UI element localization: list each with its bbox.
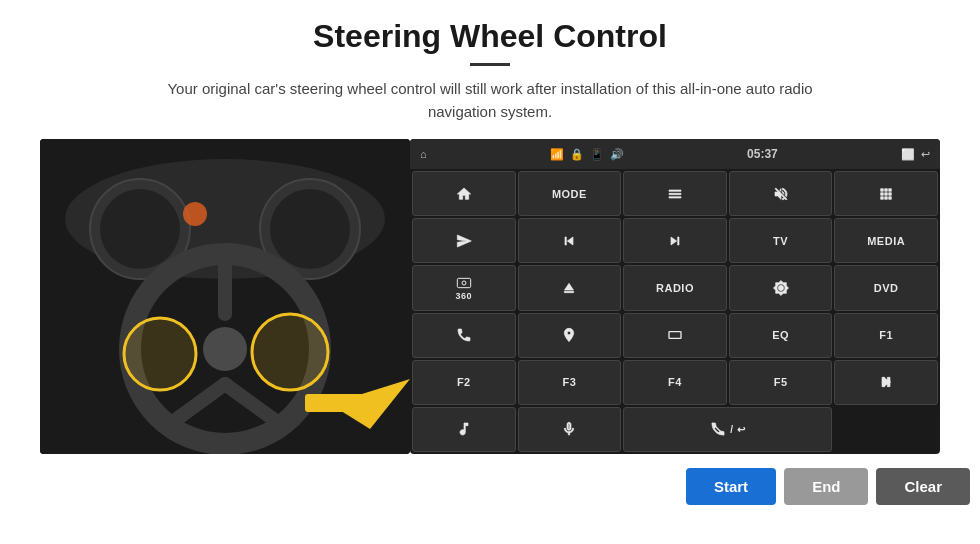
btn-media[interactable]: MEDIA xyxy=(834,218,938,263)
svg-point-4 xyxy=(100,189,180,269)
btn-f4[interactable]: F4 xyxy=(623,360,727,405)
btn-f3[interactable]: F3 xyxy=(518,360,622,405)
btn-rect[interactable] xyxy=(623,313,727,358)
btn-call-end[interactable]: / ↩ xyxy=(623,407,832,452)
btn-360[interactable]: 360 xyxy=(412,265,516,310)
page-subtitle: Your original car's steering wheel contr… xyxy=(140,78,840,123)
btn-eq[interactable]: EQ xyxy=(729,313,833,358)
svg-rect-18 xyxy=(669,332,681,339)
status-home-icon: ⌂ xyxy=(420,148,427,160)
svg-rect-16 xyxy=(457,278,470,287)
360-label: 360 xyxy=(456,291,473,301)
page-container: Steering Wheel Control Your original car… xyxy=(0,0,980,544)
content-row: ⌂ 📶 🔒 📱 🔊 05:37 ⬜ ↩ MODE xyxy=(40,139,940,454)
status-right-icons: ⬜ ↩ xyxy=(901,148,930,161)
start-button[interactable]: Start xyxy=(686,468,776,505)
bottom-bar: Start End Clear xyxy=(0,458,980,505)
btn-brightness[interactable] xyxy=(729,265,833,310)
btn-empty xyxy=(834,407,938,452)
btn-mic[interactable] xyxy=(518,407,622,452)
btn-next[interactable] xyxy=(623,218,727,263)
btn-nav[interactable] xyxy=(518,313,622,358)
svg-point-11 xyxy=(203,327,247,371)
btn-mode[interactable]: MODE xyxy=(518,171,622,216)
clear-button[interactable]: Clear xyxy=(876,468,970,505)
btn-home[interactable] xyxy=(412,171,516,216)
title-divider xyxy=(470,63,510,66)
btn-f5[interactable]: F5 xyxy=(729,360,833,405)
back-icon: ↩ xyxy=(921,148,930,161)
btn-phone[interactable] xyxy=(412,313,516,358)
btn-apps[interactable] xyxy=(834,171,938,216)
btn-radio[interactable]: RADIO xyxy=(623,265,727,310)
btn-f2[interactable]: F2 xyxy=(412,360,516,405)
status-time: 05:37 xyxy=(747,147,778,161)
btn-eject[interactable] xyxy=(518,265,622,310)
svg-rect-15 xyxy=(305,394,375,412)
control-panel: ⌂ 📶 🔒 📱 🔊 05:37 ⬜ ↩ MODE xyxy=(410,139,940,454)
panel-grid: MODE TV xyxy=(410,169,940,454)
btn-dvd[interactable]: DVD xyxy=(834,265,938,310)
svg-point-13 xyxy=(252,314,328,390)
btn-playpause[interactable] xyxy=(834,360,938,405)
sim-icon: 📱 xyxy=(590,148,604,161)
lock-icon: 🔒 xyxy=(570,148,584,161)
page-title: Steering Wheel Control xyxy=(313,18,667,55)
btn-music[interactable] xyxy=(412,407,516,452)
btn-f1[interactable]: F1 xyxy=(834,313,938,358)
wifi-icon: 📶 xyxy=(550,148,564,161)
btn-send[interactable] xyxy=(412,218,516,263)
btn-mute[interactable] xyxy=(729,171,833,216)
end-button[interactable]: End xyxy=(784,468,868,505)
svg-point-5 xyxy=(270,189,350,269)
status-icons: 📶 🔒 📱 🔊 xyxy=(550,148,624,161)
svg-point-17 xyxy=(462,281,466,285)
btn-menu[interactable] xyxy=(623,171,727,216)
btn-tv[interactable]: TV xyxy=(729,218,833,263)
bt-icon: 🔊 xyxy=(610,148,624,161)
svg-point-6 xyxy=(183,202,207,226)
svg-point-12 xyxy=(124,318,196,390)
btn-prev[interactable] xyxy=(518,218,622,263)
steering-wheel-image xyxy=(40,139,410,454)
cast-icon: ⬜ xyxy=(901,148,915,161)
panel-status-bar: ⌂ 📶 🔒 📱 🔊 05:37 ⬜ ↩ xyxy=(410,139,940,169)
